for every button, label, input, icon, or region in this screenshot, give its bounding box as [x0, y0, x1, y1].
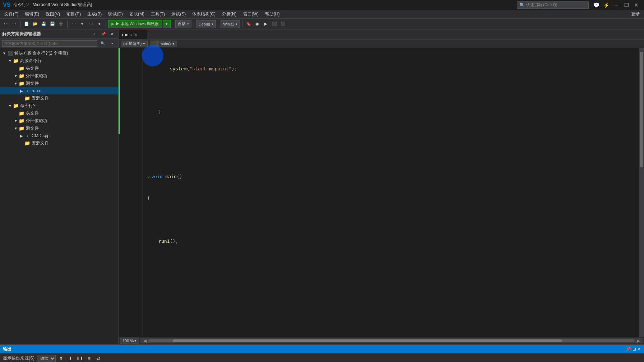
tree-expander[interactable]: ▶ [19, 89, 24, 93]
se-search-bar[interactable]: 🔍 ▾ [0, 39, 118, 48]
code-editor[interactable]: system("start mspaint"); } ▫void main() … [119, 48, 644, 337]
undo-dropdown[interactable]: ▾ [78, 20, 86, 28]
menu-build[interactable]: 生成(B) [84, 10, 105, 18]
code-line: ▫void main() [147, 173, 635, 180]
menu-debug[interactable]: 调试(D) [105, 10, 126, 18]
tree-header-files-2[interactable]: 📁 头文件 [0, 110, 118, 117]
se-sync-btn[interactable]: ↕ [91, 31, 99, 37]
redo-dropdown[interactable]: ▾ [96, 20, 103, 28]
se-search-input[interactable] [2, 40, 97, 47]
tree-expander[interactable]: ▼ [13, 74, 19, 78]
tb-btn-11[interactable]: ⬛ [279, 20, 287, 28]
undo-button[interactable]: ↩ [70, 20, 78, 28]
tb-btn-8[interactable]: ◉ [253, 20, 261, 28]
menu-view[interactable]: 视图(V) [43, 10, 63, 18]
menu-tools[interactable]: 工具(T) [148, 10, 168, 18]
menu-analyze[interactable]: 分析(N) [219, 10, 240, 18]
output-btn-2[interactable]: ⬇ [66, 354, 74, 362]
tb-btn-10[interactable]: ⬛ [270, 20, 278, 28]
output-wrap-btn[interactable]: ⇄ [94, 354, 102, 362]
se-close-btn[interactable]: ✕ [108, 31, 116, 37]
run-button[interactable]: ▶ ▶ 本地 Windows 调试器 [108, 20, 162, 28]
output-clear-btn[interactable]: ≡ [85, 354, 93, 362]
platform-dropdown[interactable]: Win32 ▾ [221, 20, 240, 28]
new-project-button[interactable]: 📄 [23, 20, 31, 28]
code-line: system("start mspaint"); [147, 65, 635, 73]
h-scroll-right[interactable]: ▶ [635, 338, 642, 343]
tab-run-c[interactable]: run.c ✕ [119, 30, 147, 39]
tree-ext-deps-1[interactable]: ▼ 📁 外部依赖项 [0, 72, 118, 80]
tree-expander[interactable]: ▼ [13, 119, 19, 123]
output-btn-3[interactable]: ⬇⬇ [76, 354, 84, 362]
menu-help[interactable]: 帮助(H) [262, 10, 283, 18]
save-all-button[interactable]: 💾 [48, 20, 56, 28]
tree-expander[interactable]: ▼ [7, 104, 13, 108]
tree-label: 源文件 [26, 80, 39, 87]
menu-login[interactable]: 登录 [628, 10, 643, 18]
tree-header-files-1[interactable]: 📁 头文件 [0, 65, 118, 72]
output-source-label: 显示输出来源(S): [3, 355, 36, 361]
tree-project-2[interactable]: ▼ 📁 命令行? [0, 102, 118, 110]
menu-test[interactable]: 测试(S) [168, 10, 189, 18]
code-text[interactable]: system("start mspaint"); } ▫void main() … [143, 48, 639, 337]
add-item-button[interactable]: ➕ [57, 20, 65, 28]
tree-source-files-2[interactable]: ▼ 📁 源文件 [0, 125, 118, 132]
h-scrollbar[interactable]: ◀ ▶ [140, 338, 643, 343]
close-button[interactable]: ✕ [632, 1, 641, 9]
scope-dropdown[interactable]: (全局范围) ▾ [121, 41, 148, 47]
tree-expander[interactable]: ▶ [19, 134, 24, 138]
h-scroll-thumb[interactable] [173, 339, 562, 342]
menu-file[interactable]: 文件(F) [1, 10, 21, 18]
collapse-icon[interactable]: ▫ [147, 173, 150, 180]
open-button[interactable]: 📂 [31, 20, 39, 28]
scrollbar-thumb[interactable] [640, 52, 643, 167]
tree-run-c[interactable]: ▶ + run.c [0, 87, 118, 94]
tree-expander[interactable]: ▼ [7, 59, 13, 63]
config-dropdown[interactable]: Debug ▾ [196, 20, 216, 28]
tree-expander[interactable]: ▼ [13, 82, 19, 85]
editor-scrollbar[interactable] [639, 48, 644, 337]
tree-res-files-1[interactable]: 📁 资源文件 [0, 94, 118, 102]
redo-button[interactable]: ↪ [87, 20, 95, 28]
notification-icon[interactable]: 💬 [592, 1, 601, 9]
save-button[interactable]: 💾 [40, 20, 48, 28]
output-source-select[interactable]: 调试 生成 [37, 355, 56, 362]
menu-project[interactable]: 项目(P) [64, 10, 84, 18]
zoom-select[interactable]: 100 % ▾ [120, 338, 139, 344]
restore-button[interactable]: ❐ [622, 1, 631, 9]
mode-dropdown[interactable]: 自动 ▾ [175, 20, 191, 28]
output-close-btn[interactable]: ✕ [638, 347, 641, 352]
menu-window[interactable]: 窗口(W) [240, 10, 261, 18]
output-btn-1[interactable]: ⬆ [57, 354, 65, 362]
menu-edit[interactable]: 编辑(E) [22, 10, 42, 18]
vs-logo: VS [3, 2, 10, 8]
tree-expander[interactable]: ▼ [13, 126, 19, 130]
quick-launch[interactable]: 🔍 快速启动 (Ctrl+Q) [517, 1, 589, 9]
filter-icon[interactable]: ⚡ [602, 1, 611, 9]
tree-ext-deps-2[interactable]: ▼ 📁 外部依赖项 [0, 117, 118, 125]
tab-close-btn[interactable]: ✕ [134, 32, 138, 37]
output-pin-btn[interactable]: 📌 [626, 347, 631, 352]
bookmark-btn[interactable]: 🔖 [245, 20, 252, 28]
tree-project-1[interactable]: ▼ 📁 高级命令行 [0, 57, 118, 65]
menu-team[interactable]: 团队(M) [126, 10, 147, 18]
output-dock-btn[interactable]: ⊡ [633, 347, 636, 352]
tb-btn-9[interactable]: ▶ [262, 20, 270, 28]
back-button[interactable]: ↩ [1, 20, 9, 28]
se-pin-btn[interactable]: 📌 [99, 31, 107, 37]
minimize-button[interactable]: ─ [612, 1, 621, 9]
tree-expander[interactable]: ▼ [1, 51, 7, 55]
tree-label: 头文件 [26, 110, 39, 116]
menu-arch[interactable]: 体系结构(C) [189, 10, 218, 18]
se-search-options-btn[interactable]: ▾ [108, 41, 116, 46]
tree-source-files-1[interactable]: ▼ 📁 源文件 [0, 80, 118, 87]
tree-res-files-2[interactable]: 📁 资源文件 [0, 139, 118, 147]
se-search-btn[interactable]: 🔍 [99, 41, 107, 46]
h-scroll-left[interactable]: ◀ [141, 338, 148, 343]
function-dropdown[interactable]: ⬛ main() ▾ [150, 41, 177, 47]
h-scroll-track[interactable] [148, 339, 635, 342]
tree-cmd-cpp[interactable]: ▶ + CMD.cpp [0, 132, 118, 139]
run-dropdown[interactable]: ▾ [163, 20, 171, 28]
tree-solution[interactable]: ▼ ⬛ 解决方案'命令行?'(2 个项目) [0, 50, 118, 57]
forward-button[interactable]: ↪ [10, 20, 18, 28]
